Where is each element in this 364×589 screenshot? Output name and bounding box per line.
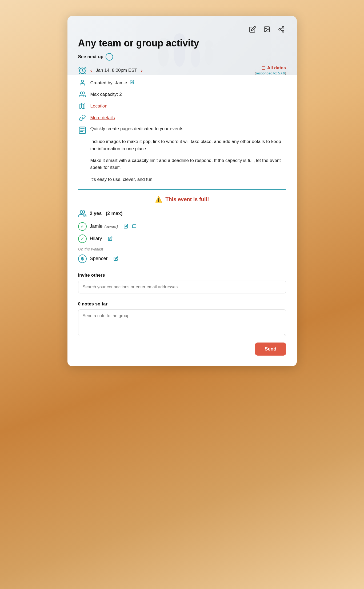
desc-line2: Include images to make it pop, link to w… [90,138,286,152]
event-card: Any team or group activity See next up → [67,16,297,366]
attendee-row-hilary: ✓ Hilary [78,234,286,243]
attendee-actions-spencer [112,256,118,261]
svg-marker-28 [80,104,85,109]
svg-point-13 [265,28,266,29]
desc-line1: Quickly create pages dedicated to your e… [90,125,185,132]
desc-line4: It's easy to use, clever, and fun! [90,176,286,183]
card-content: Any team or group activity See next up → [78,25,286,356]
waitlist-label: On the waitlist [78,247,286,251]
date-text: Jan 14, 8:00pm EST [96,68,137,73]
attendee-row-spencer: Spencer [78,254,286,263]
invite-label: Invite others [78,273,286,278]
attendee-name-jamie: Jamie (owner) [90,224,118,229]
more-details-row: More details [78,114,286,122]
group-icon [78,90,87,99]
top-actions [78,25,286,34]
doc-icon [78,126,87,134]
created-by-text: Created by: Jamie [90,80,134,86]
send-row: Send [78,343,286,356]
attendees-header: 2 yes (2 max) [78,209,286,218]
divider [78,189,286,190]
link-icon [78,114,87,122]
edit-spencer-icon[interactable] [114,256,118,261]
svg-point-26 [81,80,83,82]
notes-textarea[interactable] [78,309,286,336]
location-link[interactable]: Location [90,104,107,109]
edit-created-by-icon[interactable] [130,80,134,84]
edit-jamie-icon[interactable] [124,224,128,229]
location-row: Location [78,102,286,110]
person-icon [78,78,87,87]
map-icon [78,102,87,110]
date-nav-row: ‹ Jan 14, 8:00pm EST › All dates (respon… [78,65,286,75]
attendee-name-spencer: Spencer [90,256,108,261]
invite-input[interactable] [78,281,286,293]
desc-line3: Make it smart with a capacity limit and … [90,157,286,171]
svg-point-35 [80,211,83,213]
event-full-text: This event is full! [165,196,209,202]
description-section: Quickly create pages dedicated to your e… [78,125,286,183]
max-capacity-text: Max capacity: 2 [90,92,122,97]
share-icon[interactable] [277,25,286,34]
check-icon-jamie: ✓ [78,222,87,231]
edit-icon[interactable] [248,25,257,34]
notes-label: 0 notes so far [78,301,286,307]
warning-icon: ⚠️ [155,196,162,203]
event-title: Any team or group activity [78,37,286,49]
alarm-icon [78,66,87,75]
max-capacity-row: Max capacity: 2 [78,90,286,99]
attendees-count: 2 yes (2 max) [90,211,123,216]
bell-icon-spencer [78,254,87,263]
attendee-actions-jamie [122,224,137,229]
date-nav-right: All dates (responded to: 5 / 6) [255,65,286,75]
see-next-up-button[interactable]: → [106,53,113,61]
description-main: Quickly create pages dedicated to your e… [90,125,185,132]
responded-text: (responded to: 5 / 6) [255,71,286,75]
send-button[interactable]: Send [255,343,286,356]
description-extra: Include images to make it pop, link to w… [78,138,286,183]
date-nav-left: ‹ Jan 14, 8:00pm EST › [78,66,144,75]
created-by-row: Created by: Jamie [78,78,286,87]
next-date-button[interactable]: › [140,67,144,73]
svg-point-27 [80,92,83,94]
check-icon-hilary: ✓ [78,234,87,243]
attendee-actions-hilary [106,236,113,241]
see-next-up-row: See next up → [78,53,286,61]
notes-section: 0 notes so far [78,301,286,337]
attendee-row-jamie: ✓ Jamie (owner) [78,222,286,231]
event-full-banner: ⚠️ This event is full! [78,196,286,203]
attendees-icon [78,209,87,218]
more-details-link[interactable]: More details [90,115,115,121]
chat-jamie-icon[interactable] [132,224,137,229]
see-next-up-label: See next up [78,54,103,59]
svg-line-18 [280,28,282,29]
prev-date-button[interactable]: ‹ [89,67,93,73]
image-icon[interactable] [262,25,272,34]
invite-section: Invite others [78,273,286,293]
all-dates-button[interactable]: All dates [260,65,286,71]
svg-line-17 [280,30,282,31]
edit-hilary-icon[interactable] [108,236,113,241]
attendee-name-hilary: Hilary [90,236,102,241]
description-row: Quickly create pages dedicated to your e… [78,125,286,134]
